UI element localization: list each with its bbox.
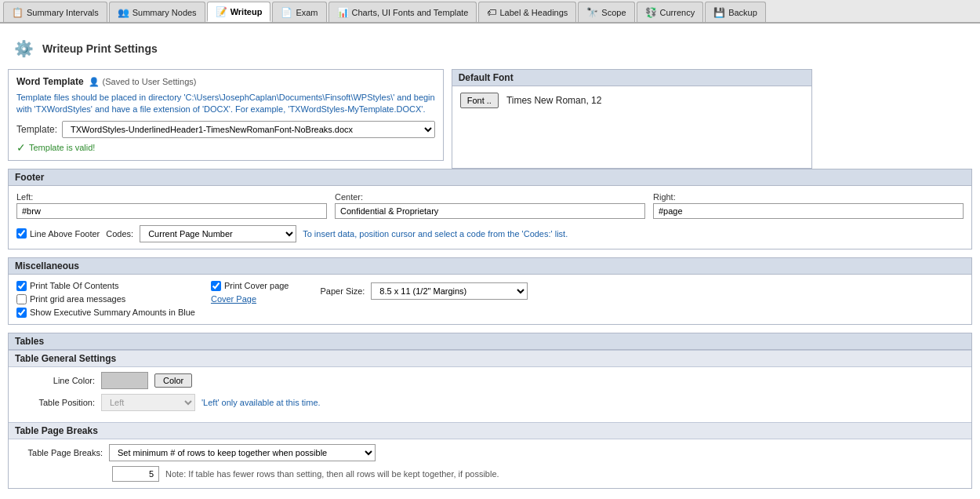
default-font-header: Default Font	[452, 70, 811, 86]
valid-text: ✓ Template is valid!	[16, 141, 435, 154]
template-label: Template:	[16, 124, 57, 135]
page-breaks-subsection-header: Table Page Breaks	[9, 422, 971, 439]
checkmark-icon: ✓	[16, 141, 26, 154]
user-icon: 👤	[89, 77, 100, 87]
font-button[interactable]: Font ..	[460, 93, 499, 108]
cover-label[interactable]: Print Cover page	[211, 281, 289, 291]
word-template-info: Template files should be placed in direc…	[16, 92, 435, 116]
footer-right-input[interactable]	[653, 203, 964, 219]
page-header: ⚙️ Writeup Print Settings	[8, 31, 972, 69]
table-position-label: Table Position:	[16, 398, 95, 407]
writeup-icon: 📝	[216, 6, 227, 17]
word-template-panel: Word Template 👤 (Saved to User Settings)…	[8, 69, 444, 161]
tables-header: Tables	[9, 333, 971, 350]
tab-scope[interactable]: 🔭 Scope	[578, 2, 634, 22]
position-dropdown[interactable]: Left	[101, 394, 195, 411]
template-row: Template: TXWordStyles-UnderlinedHeader1…	[16, 121, 435, 138]
breaks-row: Table Page Breaks: Set minimum # of rows…	[16, 444, 964, 461]
grid-checkbox[interactable]	[16, 294, 27, 304]
table-page-breaks-body: Table Page Breaks: Set minimum # of rows…	[9, 444, 971, 488]
main-content: ⚙️ Writeup Print Settings Word Template …	[0, 24, 980, 499]
paper-dropdown[interactable]: 8.5 x 11 (1/2" Margins)	[371, 282, 528, 300]
tab-bar: 📋 Summary Intervals 👥 Summary Nodes 📝 Wr…	[0, 0, 980, 24]
tables-panel: Tables Table General Settings Line Color…	[8, 333, 972, 489]
tab-backup[interactable]: 💾 Backup	[705, 2, 766, 22]
charts-icon: 📊	[337, 7, 349, 18]
paper-label: Paper Size:	[320, 286, 365, 296]
line-color-row: Line Color: Color	[16, 372, 964, 389]
exam-icon: 📄	[281, 7, 292, 18]
footer-header: Footer	[9, 169, 971, 186]
footer-panel: Footer Left: Center: Right:	[8, 169, 972, 250]
toc-checkbox[interactable]	[16, 281, 27, 291]
word-template-body: Word Template 👤 (Saved to User Settings)…	[9, 70, 443, 160]
misc-right: Print Cover page Cover Page	[211, 281, 289, 304]
breaks-num-input[interactable]	[112, 466, 159, 482]
codes-hint: To insert data, position cursor and sele…	[303, 229, 568, 239]
summary-nodes-icon: 👥	[118, 7, 129, 18]
tab-label-headings[interactable]: 🏷 Label & Headings	[478, 2, 576, 22]
tab-summary-nodes[interactable]: 👥 Summary Nodes	[109, 2, 205, 22]
tab-charts-fonts[interactable]: 📊 Charts, UI Fonts and Template	[328, 2, 477, 22]
word-template-saved: 👤 (Saved to User Settings)	[89, 77, 197, 87]
footer-codes-row: Line Above Footer Codes: Current Page Nu…	[16, 225, 964, 242]
footer-body: Left: Center: Right: Line Above Footer C…	[9, 186, 971, 249]
position-hint: 'Left' only available at this time.	[201, 398, 321, 407]
exec-label[interactable]: Show Executive Summary Amounts in Blue	[16, 308, 195, 318]
tab-currency[interactable]: 💱 Currency	[637, 2, 704, 22]
footer-left-input[interactable]	[16, 203, 327, 219]
footer-left-field: Left:	[16, 192, 327, 219]
breaks-label: Table Page Breaks:	[16, 448, 103, 457]
breaks-num-row: Note: If table has fewer rows than setti…	[112, 466, 964, 482]
toc-label[interactable]: Print Table Of Contents	[16, 281, 195, 291]
misc-panel: Miscellaneous Print Table Of Contents Pr…	[8, 257, 972, 325]
tab-writeup[interactable]: 📝 Writeup	[207, 2, 271, 22]
cover-page-link[interactable]: Cover Page	[211, 294, 289, 304]
word-template-layout: Word Template 👤 (Saved to User Settings)…	[8, 69, 972, 169]
footer-left-label: Left:	[16, 192, 327, 202]
misc-header: Miscellaneous	[9, 258, 971, 275]
footer-right-field: Right:	[653, 192, 964, 219]
cover-checkbox[interactable]	[211, 281, 221, 291]
footer-fields-row: Left: Center: Right:	[16, 192, 964, 219]
summary-intervals-icon: 📋	[12, 7, 24, 18]
codes-label: Codes:	[106, 229, 133, 239]
table-general-body: Line Color: Color Table Position: Left '…	[9, 372, 971, 422]
template-dropdown[interactable]: TXWordStyles-UnderlinedHeader1-TimesNewR…	[62, 121, 435, 138]
default-font-body: Font .. Times New Roman, 12	[452, 86, 811, 115]
footer-center-field: Center:	[335, 192, 645, 219]
misc-layout: Print Table Of Contents Print grid area …	[16, 281, 964, 318]
label-icon: 🏷	[487, 7, 496, 18]
misc-body: Print Table Of Contents Print grid area …	[9, 275, 971, 324]
breaks-dropdown[interactable]: Set minimum # of rows to keep together w…	[109, 444, 376, 461]
color-button[interactable]: Color	[154, 373, 192, 388]
exec-checkbox[interactable]	[16, 308, 27, 318]
line-above-footer-label[interactable]: Line Above Footer	[16, 228, 100, 239]
line-above-footer-checkbox[interactable]	[16, 228, 27, 239]
word-template-label: Word Template	[16, 76, 84, 87]
breaks-note: Note: If table has fewer rows than setti…	[165, 469, 499, 479]
grid-label[interactable]: Print grid area messages	[16, 294, 195, 304]
backup-icon: 💾	[713, 7, 725, 18]
codes-dropdown[interactable]: Current Page Number	[140, 225, 296, 242]
page-title: Writeup Print Settings	[42, 42, 158, 55]
footer-right-label: Right:	[653, 192, 964, 202]
font-value: Times New Roman, 12	[506, 95, 602, 106]
page-header-icon: ⚙️	[11, 36, 36, 61]
line-color-label: Line Color:	[16, 376, 95, 385]
currency-icon: 💱	[645, 7, 657, 18]
tab-exam[interactable]: 📄 Exam	[272, 2, 326, 22]
table-position-row: Table Position: Left 'Left' only availab…	[16, 394, 964, 411]
general-subsection-header: Table General Settings	[9, 350, 971, 367]
default-font-panel: Default Font Font .. Times New Roman, 12	[452, 69, 812, 169]
footer-center-label: Center:	[335, 192, 645, 202]
misc-paper: Paper Size: 8.5 x 11 (1/2" Margins)	[320, 282, 528, 300]
misc-left: Print Table Of Contents Print grid area …	[16, 281, 195, 318]
word-template-top: Word Template 👤 (Saved to User Settings)	[16, 76, 435, 87]
color-swatch	[101, 372, 148, 389]
scope-icon: 🔭	[586, 7, 598, 18]
footer-center-input[interactable]	[335, 203, 645, 219]
tab-summary-intervals[interactable]: 📋 Summary Intervals	[3, 2, 107, 22]
